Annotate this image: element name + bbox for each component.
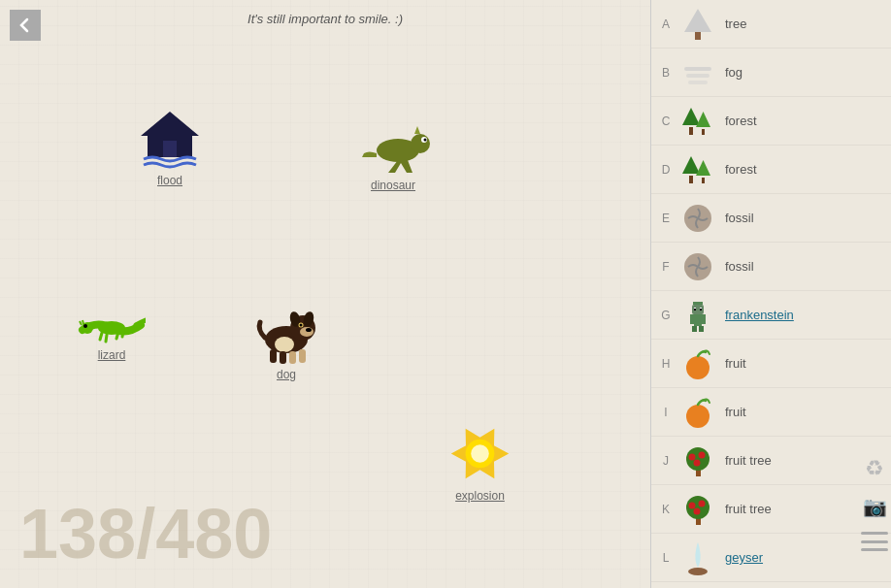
lizard-icon: [78, 310, 146, 344]
top-message: It's still important to smile. :): [0, 12, 650, 26]
svg-rect-49: [700, 309, 702, 310]
svg-point-54: [689, 453, 696, 460]
sidebar-item-name: fruit tree: [725, 502, 772, 516]
sidebar-thumb: [676, 391, 719, 434]
svg-rect-33: [689, 176, 693, 183]
lizard-label: lizard: [78, 348, 146, 362]
svg-rect-29: [689, 127, 693, 135]
sidebar-thumb: [676, 585, 719, 589]
sidebar-item-d[interactable]: Dforest: [651, 146, 891, 194]
svg-point-8: [83, 324, 87, 328]
sidebar-item-k[interactable]: Kfruit tree: [651, 485, 891, 534]
explosion-label: explosion: [448, 489, 512, 503]
svg-point-15: [306, 328, 312, 332]
sidebar-letter: C: [655, 114, 676, 128]
svg-rect-41: [694, 314, 702, 326]
svg-point-3: [411, 134, 430, 153]
dog-icon: [252, 301, 320, 364]
svg-marker-25: [684, 9, 711, 32]
sidebar-item-l[interactable]: Lgeyser: [651, 534, 891, 582]
svg-point-50: [686, 356, 710, 379]
svg-rect-19: [280, 351, 286, 364]
sidebar-item-name: fossil: [725, 259, 754, 274]
sidebar-item-g[interactable]: Gfrankenstein: [651, 291, 891, 340]
sidebar-letter: J: [655, 454, 676, 468]
sidebar-item-m[interactable]: Mgeyser: [651, 582, 891, 588]
sidebar-item-a[interactable]: Atree: [651, 0, 891, 49]
sidebar[interactable]: AtreeBfogCforestDforestEfossilFfossilGfr…: [650, 0, 891, 588]
svg-point-51: [686, 405, 710, 428]
sidebar-item-name: fog: [725, 65, 742, 80]
flood-icon: [136, 107, 204, 170]
svg-point-60: [699, 500, 706, 506]
nav-arrow[interactable]: [10, 10, 41, 41]
right-controls: ♻ 📷: [858, 446, 891, 561]
sidebar-item-e[interactable]: Efossil: [651, 194, 891, 243]
sidebar-item-name[interactable]: frankenstein: [725, 308, 794, 322]
svg-marker-30: [682, 108, 700, 125]
sidebar-item-name[interactable]: geyser: [725, 550, 763, 565]
canvas-item-dinosaur[interactable]: dinosaur: [354, 116, 432, 192]
sidebar-item-j[interactable]: Jfruit tree: [651, 437, 891, 485]
canvas-item-flood[interactable]: flood: [136, 107, 204, 187]
svg-rect-1: [163, 141, 177, 157]
svg-rect-18: [270, 349, 277, 363]
svg-rect-42: [690, 314, 694, 324]
sidebar-item-i[interactable]: Ifruit: [651, 388, 891, 437]
sidebar-letter: K: [655, 503, 676, 516]
svg-marker-34: [682, 156, 700, 174]
sidebar-item-b[interactable]: Bfog: [651, 49, 891, 97]
sidebar-item-name: fruit: [725, 405, 746, 419]
canvas-item-explosion[interactable]: explosion: [448, 422, 512, 503]
svg-rect-20: [289, 351, 296, 364]
sidebar-item-h[interactable]: Hfruit: [651, 340, 891, 388]
svg-rect-21: [299, 349, 306, 363]
svg-rect-44: [692, 326, 697, 332]
svg-rect-28: [688, 81, 708, 84]
sidebar-thumb: [676, 51, 719, 94]
sidebar-item-name: forest: [725, 114, 757, 128]
sidebar-item-f[interactable]: Ffossil: [651, 243, 891, 291]
sidebar-letter: D: [655, 163, 676, 177]
sidebar-thumb: [676, 440, 719, 482]
sidebar-thumb: [676, 100, 719, 143]
svg-rect-39: [693, 302, 703, 305]
sidebar-letter: E: [655, 212, 676, 225]
dinosaur-icon: [354, 116, 432, 175]
svg-marker-36: [696, 160, 710, 176]
svg-point-55: [699, 451, 706, 458]
svg-point-23: [471, 444, 489, 463]
sidebar-item-name: tree: [725, 16, 746, 31]
explosion-icon: [448, 422, 512, 485]
main-canvas: It's still important to smile. :) flood …: [0, 0, 650, 588]
svg-point-61: [694, 507, 701, 514]
sidebar-thumb: [676, 343, 719, 385]
svg-rect-26: [684, 67, 711, 71]
camera-button[interactable]: 📷: [863, 495, 887, 518]
dog-label: dog: [252, 368, 320, 381]
svg-rect-27: [686, 74, 710, 78]
svg-rect-40: [692, 305, 704, 314]
menu-button[interactable]: [861, 532, 888, 551]
canvas-item-dog[interactable]: dog: [252, 301, 320, 381]
svg-point-10: [275, 337, 294, 352]
recycle-button[interactable]: ♻: [865, 456, 884, 481]
sidebar-item-c[interactable]: Cforest: [651, 97, 891, 146]
svg-point-14: [300, 327, 314, 337]
sidebar-letter: H: [655, 357, 676, 371]
sidebar-letter: F: [655, 260, 676, 274]
sidebar-thumb: [676, 148, 719, 191]
sidebar-thumb: [676, 3, 719, 46]
sidebar-thumb: [676, 294, 719, 337]
svg-rect-31: [702, 129, 705, 135]
canvas-item-lizard[interactable]: lizard: [78, 310, 146, 362]
sidebar-item-name: fruit: [725, 356, 746, 371]
svg-point-5: [424, 139, 427, 142]
sidebar-letter: I: [655, 406, 676, 419]
svg-point-17: [300, 324, 303, 327]
sidebar-list: AtreeBfogCforestDforestEfossilFfossilGfr…: [651, 0, 891, 588]
sidebar-thumb: [676, 197, 719, 240]
svg-marker-32: [696, 112, 710, 127]
sidebar-letter: A: [655, 17, 676, 31]
sidebar-thumb: [676, 537, 719, 579]
